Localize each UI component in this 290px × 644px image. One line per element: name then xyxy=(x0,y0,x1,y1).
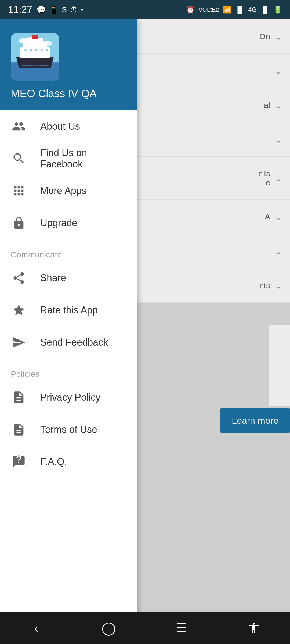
4g-icon: 4G xyxy=(248,6,257,13)
rate-app-label: Rate this App xyxy=(40,305,98,316)
bg-item-6: A ⌄ xyxy=(134,200,290,234)
faq-chat-icon xyxy=(11,454,27,470)
people-icon xyxy=(11,118,27,134)
home-button[interactable]: ◯ xyxy=(95,617,122,639)
message-icon: 💬 xyxy=(37,5,46,14)
back-button[interactable]: ‹ xyxy=(23,617,50,639)
star-icon xyxy=(11,302,27,318)
s-icon: S xyxy=(62,5,67,14)
chevron-icon-5: ⌄ xyxy=(274,173,282,184)
signal-icon: ▐▌ xyxy=(235,6,244,13)
sidebar-item-more-apps[interactable]: More Apps xyxy=(0,175,137,207)
learn-more-label: Learn more xyxy=(232,415,278,426)
chevron-icon-3: ⌄ xyxy=(274,100,282,111)
bottom-navigation: ‹ ◯ ☰ xyxy=(0,612,290,644)
bg-item-4: ⌄ xyxy=(134,122,290,157)
chevron-icon-6: ⌄ xyxy=(274,211,282,222)
navigation-drawer: MEO Class IV QA About Us Find Us on Face… xyxy=(0,19,137,644)
bg-item-5: r Ise ⌄ xyxy=(134,157,290,200)
chevron-icon-8: ⌄ xyxy=(274,280,282,291)
apps-icon xyxy=(11,183,27,199)
chevron-icon-1: ⌄ xyxy=(274,31,282,42)
battery-icon: 🔋 xyxy=(273,6,282,14)
send-feedback-label: Send Feedback xyxy=(40,337,108,348)
search-icon xyxy=(11,151,27,167)
bg-item-1: On ⌄ xyxy=(134,19,290,54)
sidebar-item-terms-of-use[interactable]: Terms of Use xyxy=(0,414,137,446)
sidebar-item-find-facebook[interactable]: Find Us on Facebook xyxy=(0,142,137,175)
policies-divider xyxy=(0,361,137,361)
find-facebook-label: Find Us on Facebook xyxy=(40,147,126,170)
sidebar-item-privacy-policy[interactable]: Privacy Policy xyxy=(0,381,137,414)
svg-point-13 xyxy=(46,49,48,51)
app-name: MEO Class IV QA xyxy=(11,87,97,100)
upgrade-label: Upgrade xyxy=(40,217,77,229)
sidebar-item-rate-app[interactable]: Rate this App xyxy=(0,294,137,326)
svg-point-9 xyxy=(24,49,27,51)
svg-point-11 xyxy=(35,49,37,51)
dot-icon: • xyxy=(81,5,84,14)
share-icon xyxy=(11,270,27,286)
accessibility-button[interactable] xyxy=(240,617,267,639)
status-bar: 11:27 💬 📱 S ⏱ • ⏰ VOLtE2 📶 ▐▌ 4G ▐▌ 🔋 xyxy=(0,0,290,19)
svg-point-10 xyxy=(30,49,32,51)
status-right-icons: ⏰ VOLtE2 📶 ▐▌ 4G ▐▌ 🔋 xyxy=(186,6,282,14)
status-time-area: 11:27 💬 📱 S ⏱ • xyxy=(8,4,84,15)
status-notification-icons: 💬 📱 S ⏱ • xyxy=(37,5,84,14)
bg-item-2: ⌄ xyxy=(134,54,290,88)
terms-document-icon xyxy=(11,422,27,438)
svg-point-12 xyxy=(41,49,43,51)
privacy-document-icon xyxy=(11,389,27,405)
bg-items: On ⌄ ⌄ al ⌄ ⌄ r Ise ⌄ A ⌄ ⌄ nts ⌄ xyxy=(134,19,290,303)
share-label: Share xyxy=(40,272,66,284)
menu-button[interactable]: ☰ xyxy=(168,617,195,639)
svg-rect-7 xyxy=(23,42,47,49)
more-apps-label: More Apps xyxy=(40,185,86,196)
lock-icon xyxy=(11,215,27,231)
lte-icon: VOLtE2 xyxy=(198,6,219,13)
sidebar-item-upgrade[interactable]: Upgrade xyxy=(0,207,137,239)
send-icon xyxy=(11,334,27,350)
privacy-policy-label: Privacy Policy xyxy=(40,392,100,403)
svg-rect-15 xyxy=(32,35,38,36)
sidebar-item-faq[interactable]: F.A.Q. xyxy=(0,446,137,478)
bg-item-7: ⌄ xyxy=(134,234,290,268)
about-us-label: About Us xyxy=(40,121,80,132)
premium-area: 👑 PREMIUM xyxy=(269,325,290,406)
terms-of-use-label: Terms of Use xyxy=(40,424,97,435)
chevron-icon-2: ⌄ xyxy=(274,65,282,76)
chevron-icon-4: ⌄ xyxy=(274,134,282,145)
communicate-divider xyxy=(0,242,137,242)
signal2-icon: ▐▌ xyxy=(260,6,270,13)
whatsapp-icon: 📱 xyxy=(49,5,59,14)
learn-more-button[interactable]: Learn more xyxy=(220,408,290,433)
sidebar-item-send-feedback[interactable]: Send Feedback xyxy=(0,326,137,358)
sidebar-item-about-us[interactable]: About Us xyxy=(0,110,137,142)
bg-item-8: nts ⌄ xyxy=(134,268,290,303)
drawer-header: MEO Class IV QA xyxy=(0,19,137,110)
sidebar-item-share[interactable]: Share xyxy=(0,262,137,294)
alarm-icon: ⏰ xyxy=(186,6,195,14)
policies-section-header: Policies xyxy=(0,364,137,381)
drawer-menu: About Us Find Us on Facebook More Apps xyxy=(0,110,137,644)
bg-item-3: al ⌄ xyxy=(134,88,290,122)
svg-rect-6 xyxy=(20,47,50,58)
communicate-section-header: Communicate xyxy=(0,245,137,262)
wifi-icon: 📶 xyxy=(223,6,231,14)
timer-icon: ⏱ xyxy=(70,5,78,14)
chevron-icon-7: ⌄ xyxy=(274,246,282,257)
time-display: 11:27 xyxy=(8,4,32,15)
faq-label: F.A.Q. xyxy=(40,456,67,467)
app-logo xyxy=(11,33,59,81)
